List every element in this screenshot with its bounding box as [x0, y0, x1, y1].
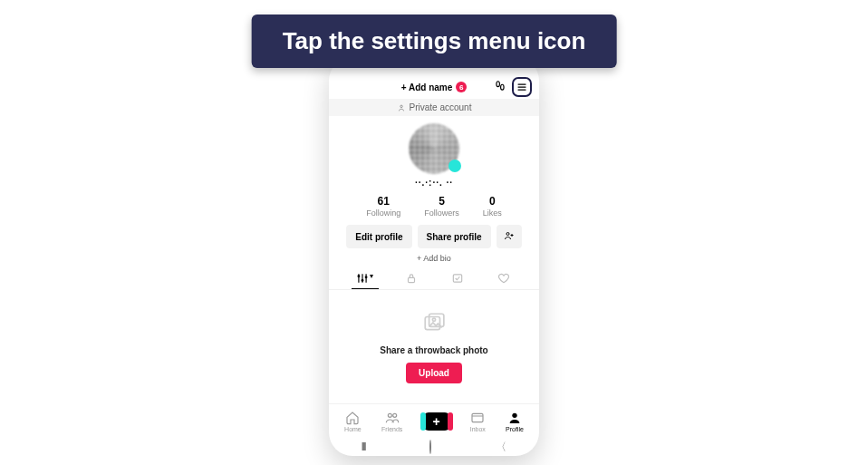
profile-action-row: Edit profile Share profile [329, 225, 539, 248]
svg-point-14 [365, 276, 367, 278]
nav-inbox[interactable]: Inbox [470, 411, 486, 432]
svg-point-12 [358, 276, 360, 277]
notification-badge: 6 [456, 82, 467, 92]
hamburger-icon [516, 82, 527, 92]
nav-profile[interactable]: Profile [506, 411, 524, 432]
share-profile-button[interactable]: Share profile [418, 225, 491, 248]
svg-point-21 [392, 413, 396, 417]
sys-home-button[interactable] [429, 441, 431, 453]
add-name-label: + Add name [401, 82, 453, 92]
stat-following-num: 61 [366, 195, 400, 208]
stat-following-label: Following [366, 208, 400, 218]
nav-friends-label: Friends [381, 426, 402, 432]
nav-inbox-label: Inbox [470, 426, 486, 432]
tab-liked[interactable] [490, 272, 517, 290]
nav-friends[interactable]: Friends [381, 411, 402, 432]
stat-followers[interactable]: 5 Followers [424, 195, 459, 218]
footprints-icon[interactable] [494, 80, 506, 95]
profile-icon [507, 411, 522, 425]
inbox-icon [470, 411, 485, 425]
nav-home-label: Home [344, 426, 362, 432]
tab-feed[interactable]: ▾ [352, 272, 379, 290]
person-plus-icon [504, 230, 515, 241]
username-text: ··.·:··. ·· [329, 178, 539, 188]
lock-icon [405, 272, 418, 285]
settings-menu-button[interactable] [512, 77, 532, 97]
sys-back-button[interactable]: 〈 [496, 440, 506, 455]
svg-point-23 [512, 412, 516, 417]
avatar-add-badge[interactable] [448, 160, 461, 172]
stat-followers-label: Followers [424, 208, 459, 218]
svg-point-0 [497, 81, 500, 86]
tab-reposts[interactable] [444, 272, 471, 290]
add-bio-button[interactable]: + Add bio [329, 254, 539, 263]
nav-profile-label: Profile [506, 426, 524, 432]
android-system-nav: III 〈 [329, 438, 539, 456]
svg-point-13 [362, 279, 363, 281]
empty-state-message: Share a throwback photo [380, 345, 487, 355]
nav-create-button[interactable]: + [423, 412, 450, 431]
stat-likes-num: 0 [483, 195, 502, 208]
stat-likes-label: Likes [483, 208, 502, 218]
plus-icon: + [432, 415, 439, 428]
sliders-icon [356, 272, 369, 285]
nav-home[interactable]: Home [344, 411, 362, 432]
svg-rect-22 [472, 413, 483, 421]
svg-point-19 [432, 318, 435, 321]
add-friend-button[interactable] [497, 225, 522, 248]
svg-point-1 [501, 84, 505, 90]
bookmark-icon [451, 272, 464, 285]
profile-header-row: + Add name 6 [329, 75, 539, 99]
svg-rect-15 [408, 277, 414, 282]
empty-state: Share a throwback photo Upload [329, 290, 539, 403]
private-account-label: Private account [410, 102, 472, 112]
stats-row: 61 Following 5 Followers 0 Likes [329, 195, 539, 218]
svg-point-5 [400, 105, 402, 108]
friends-icon [385, 411, 400, 425]
tab-private[interactable] [398, 272, 425, 290]
lock-person-icon [397, 103, 406, 112]
heart-icon [497, 272, 510, 285]
add-name-button[interactable]: + Add name 6 [401, 82, 468, 92]
stat-following[interactable]: 61 Following [366, 195, 400, 218]
chevron-down-icon: ▾ [370, 272, 373, 285]
edit-profile-button[interactable]: Edit profile [346, 225, 411, 248]
phone-frame: + Add name 6 Private account ··.·:··. ··… [329, 57, 539, 456]
upload-button[interactable]: Upload [406, 363, 462, 383]
picture-icon [422, 311, 446, 338]
sys-recents-button[interactable]: III [362, 441, 365, 453]
header-right-controls [494, 75, 532, 99]
content-tabs: ▾ [329, 272, 539, 290]
svg-rect-16 [453, 275, 461, 282]
bottom-nav: Home Friends + Inbox Profile [329, 403, 539, 438]
instruction-banner: Tap the settings menu icon [252, 15, 617, 68]
stat-likes[interactable]: 0 Likes [483, 195, 502, 218]
private-account-strip: Private account [329, 99, 539, 116]
stat-followers-num: 5 [424, 195, 459, 208]
svg-point-6 [506, 233, 509, 236]
avatar-wrap [329, 123, 539, 174]
svg-point-20 [388, 413, 391, 417]
home-icon [345, 411, 360, 425]
